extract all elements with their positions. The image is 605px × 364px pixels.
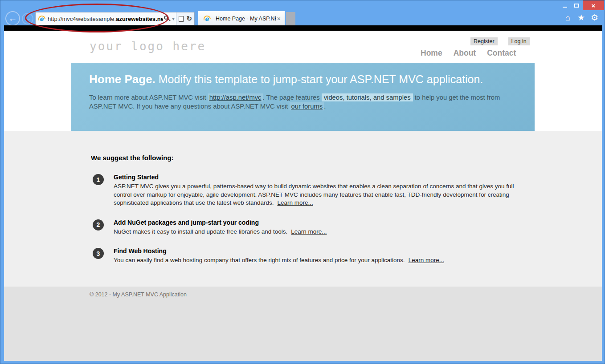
ie-logo-icon: e xyxy=(38,15,46,23)
step-number-badge: 1 xyxy=(93,174,104,185)
back-button[interactable]: ← xyxy=(5,11,20,26)
tab-title: Home Page - My ASP.NET ... xyxy=(216,16,276,22)
list-item: 2 Add NuGet packages and jump-start your… xyxy=(93,219,602,236)
step-number-badge: 2 xyxy=(93,219,104,231)
nav-contact-link[interactable]: Contact xyxy=(487,49,516,58)
item-body: NuGet makes it easy to install and updat… xyxy=(114,228,515,236)
search-icon[interactable] xyxy=(163,15,170,22)
site-logo: your logo here xyxy=(90,40,206,53)
item-body: ASP.NET MVC gives you a powerful, patter… xyxy=(114,182,515,207)
page-viewport: your logo here Register Log in Home Abou… xyxy=(4,31,602,361)
address-bar-buttons: ↻ xyxy=(176,12,194,25)
learn-more-link[interactable]: Learn more... xyxy=(291,228,327,235)
maximize-button[interactable] xyxy=(571,0,583,10)
browser-toolbar-icons: ⌂ ★ ⚙ xyxy=(563,13,599,22)
refresh-icon[interactable]: ↻ xyxy=(186,16,192,22)
url-domain: azurewebsites.net xyxy=(116,16,163,22)
copyright-text: © 2012 - My ASP.NET MVC Application xyxy=(4,287,602,298)
hero-highlight: videos, tutorials, and samples xyxy=(322,93,413,101)
login-link[interactable]: Log in xyxy=(508,37,530,45)
svg-text:e: e xyxy=(40,15,44,22)
learn-more-link[interactable]: Learn more... xyxy=(277,199,313,206)
item-title: Add NuGet packages and jump-start your c… xyxy=(114,219,515,226)
hero-paragraph: To learn more about ASP.NET MVC visit ht… xyxy=(89,93,513,111)
hero-title-strong: Home Page. xyxy=(89,73,155,86)
nav-about-link[interactable]: About xyxy=(454,49,476,58)
hero-subtitle: Modify this template to jump-start your … xyxy=(155,73,483,85)
site-footer: © 2012 - My ASP.NET MVC Application xyxy=(4,287,602,361)
home-icon[interactable]: ⌂ xyxy=(563,13,572,22)
suggestions-list: 1 Getting Started ASP.NET MVC gives you … xyxy=(93,174,602,265)
close-button[interactable]: × xyxy=(583,0,604,10)
hero-banner: Home Page. Modify this template to jump-… xyxy=(71,63,535,131)
register-link[interactable]: Register xyxy=(470,37,498,45)
page-top-bar xyxy=(4,25,602,31)
item-title: Find Web Hosting xyxy=(114,247,515,255)
list-item: 3 Find Web Hosting You can easily find a… xyxy=(93,247,602,265)
aspnet-mvc-link[interactable]: http://asp.net/mvc xyxy=(208,93,263,101)
main-nav: Home About Contact xyxy=(421,49,516,58)
item-body-text: ASP.NET MVC gives you a powerful, patter… xyxy=(114,183,514,206)
browser-tab[interactable]: e Home Page - My ASP.NET ... × xyxy=(198,11,285,26)
nav-home-link[interactable]: Home xyxy=(421,49,442,58)
hero-text-4: . xyxy=(324,103,326,110)
forums-link[interactable]: our forums xyxy=(290,102,324,110)
compatibility-view-icon[interactable] xyxy=(179,16,184,22)
step-number-badge: 3 xyxy=(93,248,104,259)
minimize-icon xyxy=(563,7,567,8)
favorites-star-icon[interactable]: ★ xyxy=(576,13,586,22)
learn-more-link[interactable]: Learn more... xyxy=(409,257,444,263)
minimize-button[interactable] xyxy=(559,0,571,10)
item-body-text: NuGet makes it easy to install and updat… xyxy=(114,228,287,235)
window-controls: × xyxy=(559,0,604,10)
site-header: your logo here Register Log in Home Abou… xyxy=(4,31,602,63)
url-text[interactable]: http://mvc4websitesample.azurewebsites.n… xyxy=(48,16,163,22)
forward-button[interactable]: → xyxy=(22,13,33,24)
address-dropdown-icon[interactable]: ▾ xyxy=(172,16,174,21)
hero-title: Home Page. Modify this template to jump-… xyxy=(89,73,483,86)
maximize-icon xyxy=(574,4,579,8)
hero-text-2: . The page features xyxy=(263,94,322,101)
item-body: You can easily find a web hosting compan… xyxy=(114,256,515,265)
tab-close-icon[interactable]: × xyxy=(276,15,282,22)
suggestions-section: We suggest the following: 1 Getting Star… xyxy=(4,131,602,287)
new-tab-button[interactable] xyxy=(286,12,295,25)
item-title: Getting Started xyxy=(114,174,515,181)
svg-text:e: e xyxy=(205,15,209,22)
settings-gear-icon[interactable]: ⚙ xyxy=(590,13,599,22)
hero-text-1: To learn more about ASP.NET MVC visit xyxy=(89,94,208,101)
browser-window: × ⌂ ★ ⚙ ← → e http://mvc4websitesample.a… xyxy=(0,0,605,364)
tab-favicon-icon: e xyxy=(203,15,211,23)
item-body-text: You can easily find a web hosting compan… xyxy=(114,257,405,263)
auth-links: Register Log in xyxy=(470,37,530,45)
address-bar[interactable]: e http://mvc4websitesample.azurewebsites… xyxy=(35,12,195,25)
list-item: 1 Getting Started ASP.NET MVC gives you … xyxy=(93,174,602,207)
url-prefix: http://mvc4websitesample. xyxy=(48,16,116,22)
suggestions-heading: We suggest the following: xyxy=(91,154,602,162)
